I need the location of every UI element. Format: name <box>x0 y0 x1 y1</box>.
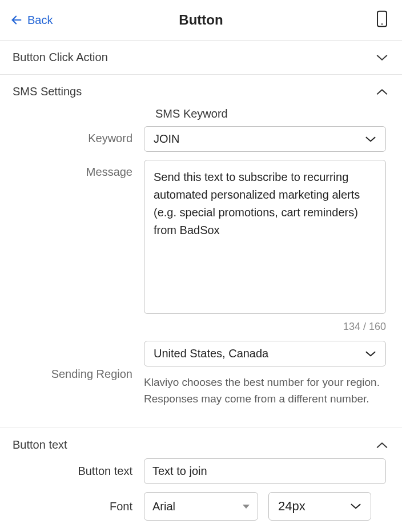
sms-keyword-heading: SMS Keyword <box>155 105 386 120</box>
region-select[interactable]: United States, Canada <box>144 341 386 366</box>
panel-button-text[interactable]: Button text <box>0 428 402 458</box>
keyword-value: JOIN <box>154 132 180 146</box>
chevron-down-icon <box>376 54 388 62</box>
keyword-row: Keyword JOIN <box>13 126 386 152</box>
back-label: Back <box>27 14 53 27</box>
editor-header: Back Button <box>0 0 402 41</box>
button-text-body: Button text Font Arial 24px <box>0 458 402 525</box>
sms-settings-body: SMS Keyword Keyword JOIN Message 134 / 1… <box>0 105 402 428</box>
message-char-count: 134 / 160 <box>144 321 386 333</box>
message-textarea[interactable] <box>144 160 386 314</box>
chevron-up-icon <box>376 441 388 449</box>
font-size-value: 24px <box>278 499 305 514</box>
chevron-up-icon <box>376 88 388 96</box>
font-family-value: Arial <box>152 500 175 513</box>
region-row: Sending Region United States, Canada Kla… <box>13 341 386 407</box>
chevron-down-icon <box>365 136 376 143</box>
panel-sms-settings[interactable]: SMS Settings <box>0 75 402 105</box>
keyword-select[interactable]: JOIN <box>144 126 386 152</box>
button-text-label: Button text <box>13 465 144 478</box>
button-text-row: Button text <box>13 458 386 484</box>
font-label: Font <box>13 500 144 513</box>
chevron-down-icon <box>365 350 376 357</box>
page-title: Button <box>179 12 223 28</box>
chevron-down-icon <box>350 503 361 510</box>
arrow-left-icon <box>10 14 23 26</box>
caret-down-icon <box>243 505 250 509</box>
phone-icon <box>376 10 388 27</box>
region-help-text: Klaviyo chooses the best number for your… <box>144 374 386 407</box>
panel-button-click-action[interactable]: Button Click Action <box>0 41 402 75</box>
region-value: United States, Canada <box>154 347 268 360</box>
panel-title: Button Click Action <box>13 51 108 64</box>
message-row: Message 134 / 160 <box>13 160 386 333</box>
panel-title: SMS Settings <box>13 85 82 98</box>
svg-point-2 <box>381 23 383 25</box>
panel-title: Button text <box>13 438 67 452</box>
preview-device-button[interactable] <box>376 10 388 30</box>
font-size-select[interactable]: 24px <box>268 492 371 521</box>
button-text-input[interactable] <box>144 458 386 484</box>
message-label: Message <box>13 160 144 179</box>
font-row: Font Arial 24px <box>13 492 386 521</box>
back-button[interactable]: Back <box>10 14 53 27</box>
font-family-select[interactable]: Arial <box>144 492 258 521</box>
keyword-label: Keyword <box>13 126 144 145</box>
region-label: Sending Region <box>13 368 144 381</box>
